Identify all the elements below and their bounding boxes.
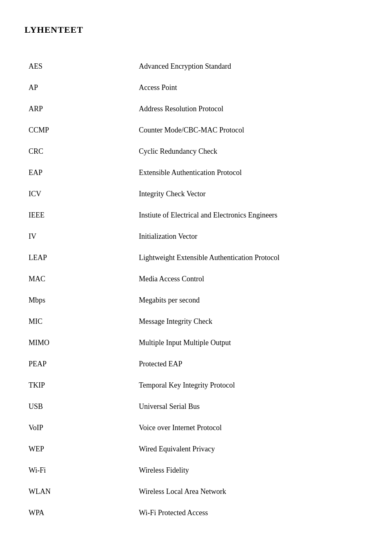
table-row: MIMOMultiple Input Multiple Output [24, 332, 368, 353]
definition: Universal Serial Bus [139, 396, 368, 417]
definition: Media Access Control [139, 268, 368, 289]
abbreviation: USB [24, 396, 139, 417]
abbreviation: VoIP [24, 417, 139, 438]
table-row: IVInitialization Vector [24, 226, 368, 247]
definition: Wireless Fidelity [139, 460, 368, 481]
table-row: ICVIntegrity Check Vector [24, 183, 368, 204]
definition: Voice over Internet Protocol [139, 417, 368, 438]
abbreviation: WPA [24, 502, 139, 523]
definition: Message Integrity Check [139, 311, 368, 332]
abbreviation: MIC [24, 311, 139, 332]
definition: Counter Mode/CBC-MAC Protocol [139, 119, 368, 141]
abbreviation: MIMO [24, 332, 139, 353]
definition: Multiple Input Multiple Output [139, 332, 368, 353]
definition: Wireless Local Area Network [139, 481, 368, 502]
definition: Protected EAP [139, 353, 368, 375]
table-row: ARPAddress Resolution Protocol [24, 98, 368, 119]
table-row: MbpsMegabits per second [24, 289, 368, 311]
definition: Megabits per second [139, 289, 368, 311]
abbreviation: EAP [24, 162, 139, 183]
abbreviation: ARP [24, 98, 139, 119]
abbreviation: WEP [24, 438, 139, 460]
abbreviation: ICV [24, 183, 139, 204]
table-row: WEPWired Equivalent Privacy [24, 438, 368, 460]
page-title: LYHENTEET [24, 25, 368, 35]
abbreviation: IV [24, 226, 139, 247]
definition: Access Point [139, 77, 368, 98]
definition: Wired Equivalent Privacy [139, 438, 368, 460]
definition: Advanced Encryption Standard [139, 56, 368, 77]
abbreviation: MAC [24, 268, 139, 289]
abbreviation: CCMP [24, 119, 139, 141]
table-row: APAccess Point [24, 77, 368, 98]
definition: Extensible Authentication Protocol [139, 162, 368, 183]
table-row: CRCCyclic Redundancy Check [24, 141, 368, 162]
definition: Address Resolution Protocol [139, 98, 368, 119]
table-row: CCMPCounter Mode/CBC-MAC Protocol [24, 119, 368, 141]
table-row: IEEEInstiute of Electrical and Electroni… [24, 204, 368, 226]
table-row: Wi-FiWireless Fidelity [24, 460, 368, 481]
definition: Cyclic Redundancy Check [139, 141, 368, 162]
abbreviation: TKIP [24, 375, 139, 396]
table-row: VoIPVoice over Internet Protocol [24, 417, 368, 438]
table-row: MICMessage Integrity Check [24, 311, 368, 332]
definition: Integrity Check Vector [139, 183, 368, 204]
definition: Wi-Fi Protected Access [139, 502, 368, 523]
definition: Initialization Vector [139, 226, 368, 247]
acronym-table: AESAdvanced Encryption StandardAPAccess … [24, 56, 368, 523]
abbreviation: Mbps [24, 289, 139, 311]
abbreviation: AP [24, 77, 139, 98]
table-row: LEAPLightweight Extensible Authenticatio… [24, 247, 368, 268]
abbreviation: CRC [24, 141, 139, 162]
abbreviation: AES [24, 56, 139, 77]
table-row: WPAWi-Fi Protected Access [24, 502, 368, 523]
table-row: PEAPProtected EAP [24, 353, 368, 375]
abbreviation: LEAP [24, 247, 139, 268]
abbreviation: PEAP [24, 353, 139, 375]
table-row: AESAdvanced Encryption Standard [24, 56, 368, 77]
table-row: MACMedia Access Control [24, 268, 368, 289]
definition: Temporal Key Integrity Protocol [139, 375, 368, 396]
abbreviation: WLAN [24, 481, 139, 502]
abbreviation: IEEE [24, 204, 139, 226]
table-row: TKIPTemporal Key Integrity Protocol [24, 375, 368, 396]
definition: Lightweight Extensible Authentication Pr… [139, 247, 368, 268]
definition: Instiute of Electrical and Electronics E… [139, 204, 368, 226]
table-row: USBUniversal Serial Bus [24, 396, 368, 417]
table-row: EAPExtensible Authentication Protocol [24, 162, 368, 183]
table-row: WLANWireless Local Area Network [24, 481, 368, 502]
abbreviation: Wi-Fi [24, 460, 139, 481]
